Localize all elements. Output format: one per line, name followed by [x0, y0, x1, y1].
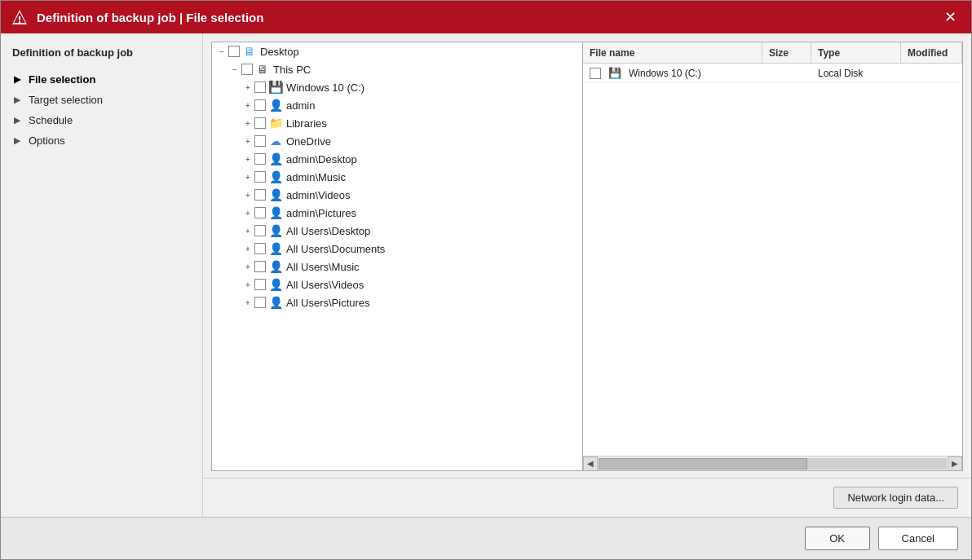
checkbox-admin-pictures[interactable]	[254, 207, 266, 218]
title-bar: Definition of backup job | File selectio…	[1, 1, 971, 33]
user-icon-admin: 👤	[268, 98, 283, 112]
label-thispc: This PC	[273, 64, 311, 76]
expander-admin-music[interactable]: +	[241, 170, 254, 183]
tree-item-allusers-music[interactable]: + 👤 All Users\Music	[212, 258, 582, 276]
drive-icon-win10c: 💾	[268, 80, 283, 95]
expander-thispc[interactable]: −	[228, 63, 241, 76]
column-header-size[interactable]: Size	[762, 42, 811, 63]
tree-item-admin-pictures[interactable]: + 👤 admin\Pictures	[212, 204, 582, 222]
user-icon-admin-videos: 👤	[268, 187, 283, 202]
checkbox-onedrive[interactable]	[254, 135, 266, 147]
user-icon-admin-desktop: 👤	[268, 152, 283, 166]
checkbox-allusers-pictures[interactable]	[254, 297, 266, 308]
expander-allusers-documents[interactable]: +	[241, 242, 254, 255]
checkbox-libraries[interactable]	[254, 117, 266, 129]
file-row[interactable]: 💾 Windows 10 (C:) Local Disk	[583, 64, 962, 83]
right-panel: − 🖥 Desktop − 🖥 This PC +	[203, 33, 971, 517]
column-header-modified[interactable]: Modified	[901, 42, 962, 63]
checkbox-allusers-videos[interactable]	[254, 279, 266, 290]
tree-item-allusers-desktop[interactable]: + 👤 All Users\Desktop	[212, 222, 582, 240]
user-icon-admin-pictures: 👤	[268, 205, 283, 220]
dialog-title: Definition of backup job | File selectio…	[37, 11, 939, 24]
app-logo-icon	[11, 8, 29, 26]
checkbox-allusers-music[interactable]	[254, 261, 266, 272]
expander-allusers-videos[interactable]: +	[241, 278, 254, 291]
sidebar-item-schedule[interactable]: ▶ Schedule	[9, 111, 194, 130]
file-cell-type-win10c: Local Disk	[811, 64, 901, 82]
user-icon-allusers-desktop: 👤	[268, 223, 283, 238]
user-icon-allusers-videos: 👤	[268, 277, 283, 292]
tree-item-onedrive[interactable]: + ☁ OneDrive	[212, 132, 582, 150]
checkbox-desktop[interactable]	[228, 46, 240, 57]
checkbox-admin-desktop[interactable]	[254, 153, 266, 165]
checkbox-admin-videos[interactable]	[254, 189, 266, 201]
tree-item-win10c[interactable]: + 💾 Windows 10 (C:)	[212, 78, 582, 96]
sidebar-item-target-selection[interactable]: ▶ Target selection	[9, 90, 194, 109]
file-panel-header: File name Size Type Modified	[583, 42, 962, 64]
label-onedrive: OneDrive	[286, 135, 331, 148]
file-name-win10c: Windows 10 (C:)	[629, 68, 701, 79]
expander-admin-videos[interactable]: +	[241, 188, 254, 201]
expander-admin-pictures[interactable]: +	[241, 206, 254, 219]
svg-rect-3	[19, 21, 20, 23]
label-allusers-videos: All Users\Videos	[286, 279, 364, 291]
user-icon-allusers-documents: 👤	[268, 241, 283, 256]
cloud-icon-onedrive: ☁	[268, 134, 283, 148]
file-scrollbar[interactable]: ◀ ▶	[583, 456, 962, 470]
tree-item-admin-videos[interactable]: + 👤 admin\Videos	[212, 186, 582, 204]
file-cell-modified-win10c	[901, 64, 962, 82]
file-checkbox-win10c[interactable]	[590, 68, 601, 79]
sidebar-item-options[interactable]: ▶ Options	[9, 131, 194, 150]
checkbox-admin-music[interactable]	[254, 171, 266, 183]
tree-item-admin-music[interactable]: + 👤 admin\Music	[212, 168, 582, 186]
checkbox-win10c[interactable]	[254, 82, 266, 93]
tree-item-allusers-documents[interactable]: + 👤 All Users\Documents	[212, 240, 582, 258]
panels-area: − 🖥 Desktop − 🖥 This PC +	[211, 42, 963, 471]
scrollbar-thumb	[599, 458, 807, 470]
expander-onedrive[interactable]: +	[241, 134, 254, 148]
label-allusers-documents: All Users\Documents	[286, 243, 385, 255]
column-header-type[interactable]: Type	[811, 42, 901, 63]
sidebar-arrow-file-selection: ▶	[14, 74, 25, 85]
expander-admin-desktop[interactable]: +	[241, 152, 254, 165]
file-cell-size-win10c	[762, 64, 811, 82]
checkbox-allusers-documents[interactable]	[254, 243, 266, 254]
ok-button[interactable]: OK	[805, 527, 870, 550]
close-button[interactable]: ✕	[939, 6, 961, 29]
expander-desktop[interactable]: −	[215, 45, 228, 58]
column-header-name[interactable]: File name	[583, 42, 762, 63]
sidebar-item-file-selection[interactable]: ▶ File selection	[9, 70, 194, 89]
label-admin: admin	[286, 99, 315, 112]
expander-win10c[interactable]: +	[241, 81, 254, 94]
scrollbar-right-arrow[interactable]: ▶	[948, 456, 962, 471]
label-allusers-music: All Users\Music	[286, 261, 360, 273]
expander-admin[interactable]: +	[241, 99, 254, 112]
label-admin-pictures: admin\Pictures	[286, 207, 356, 219]
checkbox-allusers-desktop[interactable]	[254, 225, 266, 236]
scrollbar-track[interactable]	[599, 458, 947, 470]
dialog: Definition of backup job | File selectio…	[0, 0, 972, 560]
expander-allusers-desktop[interactable]: +	[241, 224, 254, 237]
tree-item-libraries[interactable]: + 📁 Libraries	[212, 114, 582, 132]
checkbox-admin[interactable]	[254, 99, 266, 111]
tree-item-allusers-videos[interactable]: + 👤 All Users\Videos	[212, 276, 582, 293]
checkbox-thispc[interactable]	[241, 64, 253, 75]
tree-item-thispc[interactable]: − 🖥 This PC	[212, 60, 582, 78]
expander-allusers-pictures[interactable]: +	[241, 296, 254, 309]
tree-panel[interactable]: − 🖥 Desktop − 🖥 This PC +	[211, 42, 583, 471]
label-win10c: Windows 10 (C:)	[286, 82, 364, 94]
network-login-button[interactable]: Network login data...	[833, 487, 958, 509]
tree-item-admin-desktop[interactable]: + 👤 admin\Desktop	[212, 150, 582, 168]
tree-item-desktop[interactable]: − 🖥 Desktop	[212, 42, 582, 60]
sidebar-label-file-selection: File selection	[29, 73, 95, 86]
label-desktop: Desktop	[260, 46, 299, 58]
file-list: 💾 Windows 10 (C:) Local Disk	[583, 64, 962, 456]
tree-item-admin[interactable]: + 👤 admin	[212, 96, 582, 114]
cancel-button[interactable]: Cancel	[878, 527, 958, 550]
action-bar: Network login data...	[203, 478, 971, 517]
expander-allusers-music[interactable]: +	[241, 260, 254, 273]
pc-icon: 🖥	[255, 62, 270, 77]
tree-item-allusers-pictures[interactable]: + 👤 All Users\Pictures	[212, 293, 582, 311]
scrollbar-left-arrow[interactable]: ◀	[583, 456, 598, 471]
expander-libraries[interactable]: +	[241, 117, 254, 130]
